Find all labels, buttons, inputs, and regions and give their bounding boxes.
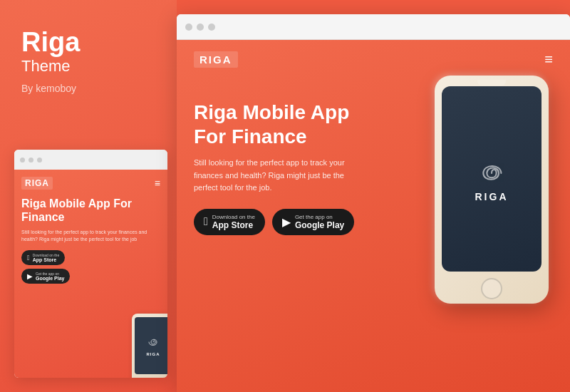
mini-apple-icon:  [27,254,30,262]
main-dot-2 [197,24,204,31]
main-nav: RIGA ≡ [177,40,570,79]
theme-title: Riga [21,29,155,56]
apple-icon:  [204,215,208,228]
mini-heading: Riga Mobile App For Finance [21,197,160,224]
google-play-button[interactable]: ▶ Get the app on Google Play [272,209,354,235]
big-phone-screen: RIGA [442,86,542,272]
mini-phone-logo: RIGA [147,352,160,356]
mini-hamburger-icon: ≡ [155,177,160,189]
phone-home-button [481,278,502,299]
mini-browser-preview: RIGA ≡ Riga Mobile App For Finance Still… [14,150,167,378]
main-browser: RIGA ≡ Riga Mobile App For Finance Still… [177,14,570,392]
play-store-icon: ▶ [282,215,291,229]
mini-phone-mockup: RIGA [132,314,167,378]
mini-app-store-btn[interactable]:  Download on the App Store [21,250,65,265]
mini-browser-bar [14,150,167,170]
mini-body-text: Still looking for the perfect app to tra… [21,229,160,243]
mini-google-play-btn[interactable]: ▶ Get the app on Google Play [21,269,70,284]
mini-google-play-text: Get the app on Google Play [36,272,64,281]
main-hero-desc: Still looking for the perfect app to tra… [194,157,351,195]
mini-content: RIGA ≡ Riga Mobile App For Finance Still… [14,170,167,378]
mini-dot-1 [20,158,25,163]
main-dot-3 [208,24,215,31]
mini-app-store-text: Download on the App Store [33,253,60,262]
big-phone-logo: RIGA [475,191,509,202]
main-browser-bar [177,14,570,40]
mini-phone-screen: RIGA [135,317,167,374]
mini-dot-2 [28,158,33,163]
main-hamburger-icon[interactable]: ≡ [544,51,553,68]
main-hero-title: Riga Mobile App For Finance [194,100,365,148]
main-content: RIGA ≡ Riga Mobile App For Finance Still… [177,40,570,392]
app-store-button[interactable]:  Download on the App Store [194,209,265,235]
app-store-text: Download on the App Store [212,214,255,230]
mini-logo: RIGA [21,177,53,190]
phone-notch [477,80,506,86]
mini-play-icon: ▶ [27,272,33,280]
google-play-text: Get the app on Google Play [295,214,344,230]
main-dot-1 [185,24,192,31]
big-phone-mockup: RIGA [435,76,549,304]
spiral-icon [474,155,509,191]
mini-spiral-icon [146,335,160,349]
theme-subtitle: Theme [21,57,155,76]
mini-nav: RIGA ≡ [21,177,160,190]
main-logo: RIGA [194,51,238,68]
mini-dot-3 [37,158,42,163]
theme-author: By kemoboy [21,83,155,94]
